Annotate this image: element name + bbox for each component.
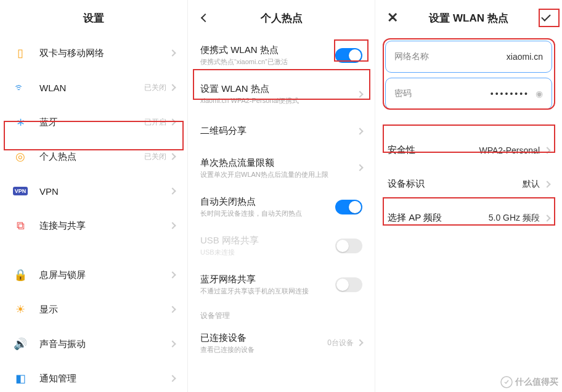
usb-tether-label: USB 网络共享 <box>200 235 335 247</box>
notify-icon: ◧ <box>12 370 28 386</box>
chevron-right-icon <box>356 91 363 97</box>
data-limit-row[interactable]: 单次热点流量限额 设置单次开启WLAN热点后流量的使用上限 <box>188 149 375 187</box>
wifi-icon: ᯤ <box>12 80 28 96</box>
chevron-right-icon <box>169 153 176 160</box>
settings-item-label: VPN <box>39 186 170 197</box>
chevron-right-icon <box>169 49 176 56</box>
panel3-header: ✕ 设置 WLAN 热点 <box>375 0 562 36</box>
security-row[interactable]: 安全性 WPA2-Personal <box>375 133 562 167</box>
panel3-title: 设置 WLAN 热点 <box>429 11 508 25</box>
usb-tether-row: USB 网络共享 USB未连接 <box>188 226 375 265</box>
qr-share-label: 二维码分享 <box>200 125 357 137</box>
connected-devices-row[interactable]: 已连接设备 查看已连接的设备 0台设备 <box>188 324 375 362</box>
password-value: •••••••• <box>412 89 529 99</box>
password-field[interactable]: 密码 •••••••• ◉ <box>385 78 552 110</box>
chevron-right-icon <box>544 147 550 153</box>
chevron-right-icon <box>169 118 176 125</box>
settings-item-label: 个人热点 <box>39 151 144 163</box>
portable-hotspot-toggle[interactable] <box>335 48 362 63</box>
ap-band-label: 选择 AP 频段 <box>388 212 489 224</box>
settings-item-WLAN[interactable]: ᯤWLAN已关闭 <box>0 70 187 105</box>
connected-devices-label: 已连接设备 <box>200 332 327 344</box>
ap-band-row[interactable]: 选择 AP 频段 5.0 GHz 频段 <box>375 201 562 235</box>
bt-tether-toggle[interactable] <box>335 277 362 292</box>
chevron-right-icon <box>544 181 550 187</box>
chevron-right-icon <box>169 375 176 382</box>
auto-off-toggle[interactable] <box>335 200 362 214</box>
share-icon: ⧉ <box>12 218 28 234</box>
panel2-header: 个人热点 <box>188 0 375 36</box>
portable-hotspot-sub: 便携式热点“xiaomi.cn”已激活 <box>200 57 335 66</box>
hotspot-icon: ◎ <box>12 149 28 165</box>
device-id-row[interactable]: 设备标识 默认 <box>375 167 562 201</box>
setup-wlan-label: 设置 WLAN 热点 <box>200 83 357 95</box>
settings-item-个人热点[interactable]: ◎个人热点已关闭 <box>0 139 187 174</box>
panel2-title: 个人热点 <box>261 11 303 25</box>
ap-band-value: 5.0 GHz 频段 <box>489 213 540 224</box>
chevron-right-icon <box>356 340 363 346</box>
vpn-icon: VPN <box>12 183 28 199</box>
device-id-label: 设备标识 <box>388 178 523 190</box>
auto-off-sub: 长时间无设备连接，自动关闭热点 <box>200 209 335 218</box>
settings-item-label: 双卡与移动网络 <box>39 47 170 59</box>
auto-off-row[interactable]: 自动关闭热点 长时间无设备连接，自动关闭热点 <box>188 187 375 226</box>
chevron-right-icon <box>356 128 363 134</box>
data-limit-sub: 设置单次开启WLAN热点后流量的使用上限 <box>200 170 357 179</box>
settings-item-双卡与移动网络[interactable]: ▯双卡与移动网络 <box>0 36 187 70</box>
settings-item-label: 声音与振动 <box>39 338 170 350</box>
password-label: 密码 <box>394 88 412 99</box>
bluetooth-icon: ∗ <box>12 114 28 130</box>
settings-item-status: 已关闭 <box>144 152 166 162</box>
settings-item-连接与共享[interactable]: ⧉连接与共享 <box>0 208 187 243</box>
usb-tether-sub: USB未连接 <box>200 248 335 256</box>
settings-item-status: 已开启 <box>144 117 166 128</box>
thumb-icon <box>500 376 513 388</box>
bt-tether-sub: 不通过蓝牙共享该手机的互联网连接 <box>200 287 335 295</box>
sim-icon: ▯ <box>12 45 28 61</box>
settings-item-label: 通知管理 <box>39 373 170 385</box>
portable-hotspot-label: 便携式 WLAN 热点 <box>200 44 335 56</box>
data-limit-label: 单次热点流量限额 <box>200 157 357 169</box>
settings-item-VPN[interactable]: VPNVPN <box>0 174 187 208</box>
settings-item-label: WLAN <box>39 83 144 93</box>
qr-share-row[interactable]: 二维码分享 <box>188 114 375 149</box>
back-button[interactable] <box>195 8 215 28</box>
auto-off-label: 自动关闭热点 <box>200 196 335 208</box>
chevron-right-icon <box>169 340 176 347</box>
chevron-right-icon <box>169 306 176 312</box>
close-button[interactable]: ✕ <box>383 8 402 28</box>
chevron-right-icon <box>544 214 550 221</box>
settings-item-label: 息屏与锁屏 <box>39 269 170 281</box>
security-label: 安全性 <box>388 144 479 156</box>
settings-item-蓝牙[interactable]: ∗蓝牙已开启 <box>0 105 187 139</box>
confirm-button[interactable] <box>536 8 556 28</box>
usb-tether-toggle <box>335 239 362 253</box>
setup-wlan-sub: xiaomi.cn WPA2-Personal便携式 <box>200 96 357 105</box>
settings-item-通知管理[interactable]: ◧通知管理 <box>0 361 187 392</box>
hotspot-panel: 个人热点 便携式 WLAN 热点 便携式热点“xiaomi.cn”已激活 设置 … <box>187 0 375 392</box>
configure-hotspot-panel: ✕ 设置 WLAN 热点 网络名称 xiaomi.cn 密码 •••••••• … <box>375 0 562 392</box>
settings-item-声音与振动[interactable]: 🔊声音与振动 <box>0 327 187 361</box>
panel1-header: 设置 <box>0 0 187 36</box>
network-name-value: xiaomi.cn <box>429 52 543 62</box>
watermark: 什么值得买 <box>500 376 558 388</box>
check-icon <box>541 12 551 22</box>
settings-item-显示[interactable]: ☀显示 <box>0 292 187 327</box>
setup-wlan-hotspot-row[interactable]: 设置 WLAN 热点 xiaomi.cn WPA2-Personal便携式 <box>188 75 375 113</box>
eye-icon[interactable]: ◉ <box>536 89 543 99</box>
security-value: WPA2-Personal <box>479 145 540 155</box>
chevron-right-icon <box>169 187 176 194</box>
portable-hotspot-row[interactable]: 便携式 WLAN 热点 便携式热点“xiaomi.cn”已激活 <box>188 36 375 75</box>
bt-tether-row[interactable]: 蓝牙网络共享 不通过蓝牙共享该手机的互联网连接 <box>188 265 375 304</box>
chevron-right-icon <box>356 165 363 171</box>
settings-item-label: 连接与共享 <box>39 220 170 232</box>
device-mgmt-section: 设备管理 <box>188 304 375 324</box>
network-name-label: 网络名称 <box>394 51 429 62</box>
settings-item-息屏与锁屏[interactable]: 🔒息屏与锁屏 <box>0 258 187 292</box>
connected-devices-sub: 查看已连接的设备 <box>200 345 327 354</box>
brightness-icon: ☀ <box>12 301 28 317</box>
network-name-field[interactable]: 网络名称 xiaomi.cn <box>385 41 552 73</box>
panel1-title: 设置 <box>83 11 104 25</box>
settings-panel: 设置 ▯双卡与移动网络ᯤWLAN已关闭∗蓝牙已开启◎个人热点已关闭VPNVPN⧉… <box>0 0 187 392</box>
bt-tether-label: 蓝牙网络共享 <box>200 274 335 285</box>
